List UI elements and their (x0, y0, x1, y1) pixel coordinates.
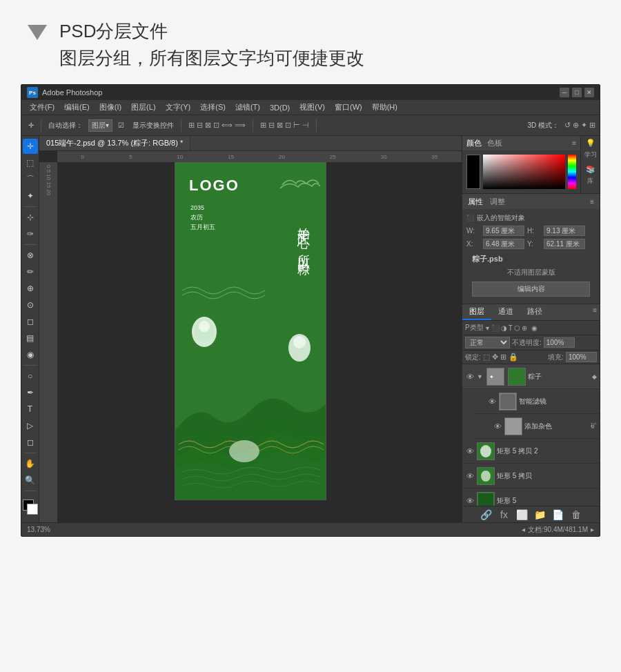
ps-learn-icon[interactable]: 💡 (586, 139, 595, 148)
ps-layer-group-button[interactable]: 📁 (533, 508, 547, 522)
ps-h-input[interactable] (544, 226, 585, 236)
ps-properties-menu[interactable]: ≡ (590, 198, 594, 206)
ps-edit-content-button[interactable]: 编辑内容 (472, 281, 590, 297)
ps-layer-eye-3[interactable]: 👁 (493, 422, 502, 431)
ps-auto-select-dropdown[interactable]: 图层▾ (88, 119, 112, 132)
ps-background-color[interactable] (27, 504, 38, 515)
ps-tool-hand[interactable]: ✋ (23, 456, 38, 471)
ps-maximize-button[interactable]: □ (572, 88, 582, 97)
ps-menu-3d[interactable]: 3D(D) (266, 102, 294, 113)
ps-layer-eye-2[interactable]: 👁 (487, 397, 497, 406)
ps-filter-adjust-icon[interactable]: ◑ (501, 324, 507, 332)
table-row[interactable]: 👁 矩形 5 (462, 488, 600, 506)
ps-filter-toggle[interactable]: ◉ (531, 324, 538, 332)
ps-tool-healing[interactable]: ⊗ (23, 248, 38, 263)
ps-opacity-input[interactable] (544, 337, 575, 348)
ps-layer-eye-4[interactable]: 👁 (465, 446, 475, 456)
ps-swatch-tab[interactable]: 色板 (487, 138, 502, 148)
ps-tool-blur[interactable]: ◉ (23, 347, 38, 362)
ps-color-spectrum[interactable] (568, 155, 576, 189)
ps-menu-filter[interactable]: 滤镜(T) (231, 101, 264, 114)
ps-layer-new-button[interactable]: 📄 (551, 508, 565, 522)
ps-tool-gradient[interactable]: ▤ (23, 330, 38, 346)
ps-lock-pos-icon[interactable]: ✥ (492, 353, 498, 362)
ps-menu-type[interactable]: 文字(Y) (161, 101, 195, 114)
ps-channels-tab[interactable]: 通道 (491, 304, 520, 320)
ps-panel-menu-icon[interactable]: ≡ (572, 139, 576, 147)
table-row[interactable]: 👁 智能滤镜 (473, 389, 600, 414)
ps-color-tab[interactable]: 颜色 (466, 138, 482, 148)
ps-tool-type[interactable]: T (23, 402, 38, 417)
ps-filter-smart-icon[interactable]: ⊕ (522, 324, 527, 332)
ps-layer-thumb-4 (477, 442, 495, 460)
list-item: 智能滤镜 (519, 397, 597, 406)
ps-layer-delete-button[interactable]: 🗑 (569, 508, 583, 522)
ps-filter-shape-icon[interactable]: ⬡ (514, 324, 520, 332)
ps-blend-row: 正常 不透明度: (462, 335, 600, 350)
ps-statusbar-docsize: 文档:90.4M/481.1M (528, 525, 588, 535)
table-row[interactable]: 👁 矩形 5 拷贝 (462, 464, 600, 488)
ps-lock-artboard-icon[interactable]: ⊞ (500, 353, 506, 362)
ps-layer-link-button[interactable]: 🔗 (480, 508, 493, 522)
ps-tool-rect-select[interactable]: ⬚ (23, 155, 38, 170)
ps-layers-menu[interactable]: ≡ (590, 304, 600, 320)
ps-library-icon[interactable]: 📚 (586, 165, 595, 174)
ps-lock-all-icon[interactable]: 🔒 (509, 353, 518, 362)
ps-color-swatch[interactable] (466, 155, 480, 189)
ps-tool-lasso[interactable]: ⌒ (23, 172, 38, 187)
ps-menu-file[interactable]: 文件(F) (26, 101, 59, 114)
ps-paths-tab[interactable]: 路径 (520, 304, 549, 320)
ps-menu-help[interactable]: 帮助(H) (368, 101, 402, 114)
ps-move-tool-btn[interactable]: ✛ (26, 120, 37, 130)
ps-close-button[interactable]: ✕ (584, 88, 594, 97)
ps-lock-pixel-icon[interactable]: ⬚ (483, 353, 490, 362)
ps-y-input[interactable] (544, 239, 585, 249)
ps-scroll-left[interactable]: ◂ (522, 526, 525, 533)
ps-w-input[interactable] (483, 226, 524, 236)
ps-filter-type-icon[interactable]: T (509, 324, 513, 332)
ps-layer-eye-5[interactable]: 👁 (465, 471, 475, 481)
ps-tool-history[interactable]: ⊙ (23, 297, 38, 313)
ps-tool-brush[interactable]: ✏ (23, 264, 38, 279)
ps-adjustment-tab[interactable]: 调整 (490, 197, 505, 207)
ps-tool-clone[interactable]: ⊕ (23, 281, 38, 296)
ps-fill-input[interactable] (566, 352, 597, 362)
ps-properties-tab[interactable]: 属性 (468, 197, 483, 207)
ps-show-controls-checkbox[interactable]: ☑ (115, 120, 127, 130)
ps-tool-eyedropper[interactable]: ✑ (23, 226, 38, 241)
ps-menu-select[interactable]: 选择(S) (196, 101, 230, 114)
ps-canvas-tab[interactable]: 015端午-2.psd @ 13.7% (粽子: RGB/8) * (39, 136, 190, 150)
ps-x-input[interactable] (483, 239, 524, 249)
ps-tool-move[interactable]: ✛ (23, 139, 38, 154)
ps-tool-crop[interactable]: ⊹ (23, 210, 38, 225)
table-row[interactable]: 👁 ▼ ✦ 粽子 ◆ (462, 364, 600, 389)
ps-color-gradient[interactable] (483, 155, 565, 189)
ps-tool-path[interactable]: ▷ (23, 418, 38, 433)
ps-layer-fx-button[interactable]: fx (497, 508, 511, 522)
ps-design-canvas[interactable]: LOGO 2035 农历 五月初五 始于匠心，所以出粽 (175, 162, 326, 500)
ps-minimize-button[interactable]: ─ (560, 88, 569, 97)
ps-filter-dropdown[interactable]: ▾ (486, 324, 489, 332)
ps-menu-view[interactable]: 视图(V) (295, 101, 329, 114)
ps-tool-zoom[interactable]: 🔍 (23, 473, 38, 488)
ps-layer-mask-button[interactable]: ⬜ (515, 508, 529, 522)
ps-menu-window[interactable]: 窗口(W) (331, 101, 366, 114)
ps-tool-wand[interactable]: ✦ (23, 188, 38, 204)
table-row[interactable]: 👁 添加杂色 矿 (473, 414, 600, 439)
ps-layers-tab[interactable]: 图层 (462, 304, 491, 320)
ps-layer-eye-1[interactable]: 👁 (465, 372, 475, 382)
ps-menu-image[interactable]: 图像(I) (95, 101, 126, 114)
ps-menu-layer[interactable]: 图层(L) (127, 101, 159, 114)
ps-menu-edit[interactable]: 编辑(E) (60, 101, 94, 114)
ps-layer-eye-6[interactable]: 👁 (465, 496, 475, 506)
ps-filter-pixel-icon[interactable]: ⬛ (491, 324, 500, 332)
table-row[interactable]: 👁 矩形 5 拷贝 2 (462, 439, 600, 464)
ps-blend-mode-select[interactable]: 正常 (465, 337, 510, 348)
ps-tool-eraser[interactable]: ◻ (23, 314, 38, 329)
ps-tool-pen[interactable]: ✒ (23, 385, 38, 400)
ps-tool-shape[interactable]: ◻ (23, 435, 38, 450)
ps-tool-dodge[interactable]: ○ (23, 368, 38, 384)
ps-scroll-right[interactable]: ▸ (591, 526, 594, 533)
ps-lock-icons: ⬚ ✥ ⊞ 🔒 (483, 353, 518, 362)
svg-point-12 (481, 471, 491, 482)
